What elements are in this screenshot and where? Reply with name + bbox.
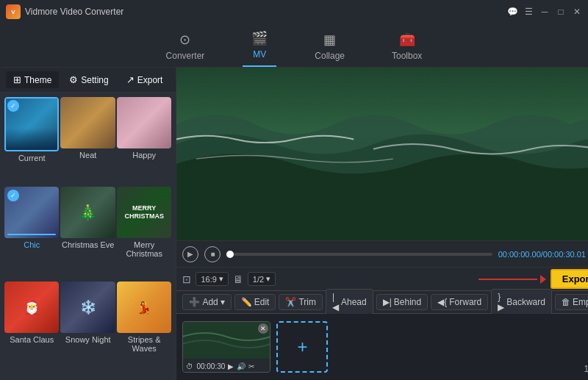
- setting-gear-icon: ⚙: [69, 74, 78, 85]
- theme-chic-label: Chic: [4, 238, 59, 251]
- theme-neat[interactable]: Neat: [60, 97, 115, 185]
- add-icon: ➕: [189, 297, 200, 307]
- theme-happy[interactable]: Happy: [117, 97, 171, 185]
- quality-select[interactable]: 1/2 ▾: [248, 272, 276, 286]
- crop-icon: ⊡: [182, 273, 191, 285]
- titlebar-left: V Vidmore Video Converter: [6, 4, 123, 19]
- progress-dot: [226, 251, 234, 258]
- ratio-value: 16:9: [201, 275, 216, 284]
- theme-current[interactable]: ✓ Current: [4, 97, 59, 185]
- tab-theme[interactable]: ⊞ Theme: [6, 71, 59, 88]
- quality-value: 1/2: [253, 275, 264, 284]
- nav-converter-label: Converter: [166, 51, 205, 61]
- ratio-select[interactable]: 16:9 ▾: [196, 272, 228, 286]
- titlebar: V Vidmore Video Converter 💬 ☰ ─ □ ✕: [0, 0, 588, 24]
- toolbox-icon: 🧰: [399, 32, 415, 48]
- behind-icon: ▶|: [383, 297, 392, 307]
- tab-theme-label: Theme: [24, 75, 51, 85]
- theme-neat-label: Neat: [60, 148, 115, 162]
- nav-collage[interactable]: ▦ Collage: [306, 32, 354, 67]
- theme-stripes-waves-label: Stripes & Waves: [117, 333, 171, 355]
- add-button[interactable]: ➕ Add ▾: [182, 294, 231, 310]
- nav-converter[interactable]: ⊙ Converter: [157, 32, 214, 67]
- clip-thumbnail: [183, 322, 270, 359]
- tab-setting-label: Setting: [81, 75, 108, 85]
- theme-christmas-eve[interactable]: 🎄 Christmas Eve: [60, 187, 115, 281]
- video-preview: [176, 68, 588, 240]
- timeline-page: 1 / 1: [584, 364, 588, 374]
- play-small-icon: ▶: [228, 362, 234, 370]
- empty-label: Empty: [573, 297, 588, 307]
- bottom-toolbar: ➕ Add ▾ ✏️ Edit ✂️ Trim |◀ Ahead ▶| Behi…: [176, 290, 588, 314]
- mv-icon: 🎬: [251, 30, 268, 46]
- edit-label: Edit: [254, 297, 270, 307]
- tab-bar: ⊞ Theme ⚙ Setting ↗ Export: [0, 68, 176, 93]
- empty-button[interactable]: 🗑 Empty: [555, 294, 588, 310]
- clip-info: ⏱ 00:00:30 ▶ 🔊 ✂: [183, 359, 270, 373]
- theme-snowy-night[interactable]: ❄️ Snowy Night: [60, 282, 115, 376]
- window-controls: 💬 ☰ ─ □ ✕: [507, 7, 582, 17]
- edit-icon: ✏️: [241, 297, 252, 307]
- tab-export[interactable]: ↗ Export: [119, 71, 171, 88]
- theme-grid-icon: ⊞: [13, 74, 21, 85]
- cut-small-icon: ✂: [248, 362, 254, 370]
- behind-label: Behind: [394, 297, 421, 307]
- export-button[interactable]: Export: [551, 269, 588, 289]
- app-logo: V: [6, 4, 21, 19]
- edit-button[interactable]: ✏️ Edit: [234, 294, 276, 310]
- backward-button[interactable]: }▶ Backward: [491, 289, 552, 315]
- minimize-button[interactable]: ─: [539, 7, 550, 17]
- add-dropdown-icon: ▾: [220, 297, 225, 307]
- top-navigation: ⊙ Converter 🎬 MV ▦ Collage 🧰 Toolbox: [0, 24, 588, 68]
- player-controls: ▶ ■ 00:00:00.00/00:00:30.01 🔊: [176, 240, 588, 267]
- behind-button[interactable]: ▶| Behind: [376, 294, 429, 310]
- time-display: 00:00:00.00/00:00:30.01: [498, 250, 586, 259]
- trim-icon: ✂️: [285, 297, 296, 307]
- nav-mv-label: MV: [253, 49, 266, 60]
- tab-setting[interactable]: ⚙ Setting: [62, 71, 115, 88]
- theme-merry-christmas[interactable]: MERRYCHRISTMAS Merry Christmas: [117, 187, 171, 281]
- monitor-icon: 🖥: [233, 273, 243, 285]
- play-button[interactable]: ▶: [182, 246, 198, 262]
- progress-bar[interactable]: [226, 253, 492, 256]
- backward-icon: }▶: [498, 292, 504, 312]
- close-button[interactable]: ✕: [572, 7, 582, 17]
- menu-icon[interactable]: ☰: [523, 7, 534, 17]
- add-label: Add: [202, 297, 218, 307]
- backward-label: Backward: [506, 297, 545, 307]
- maximize-button[interactable]: □: [556, 7, 566, 17]
- trim-label: Trim: [298, 297, 316, 307]
- app-title: Vidmore Video Converter: [25, 7, 123, 17]
- theme-santa-claus-label: Santa Claus: [4, 333, 59, 346]
- theme-santa-claus[interactable]: 🎅 Santa Claus: [4, 282, 59, 376]
- timeline-clip-1[interactable]: ⏱ 00:00:30 ▶ 🔊 ✂ ✕: [182, 321, 270, 373]
- theme-stripes-waves[interactable]: 💃 Stripes & Waves: [117, 282, 171, 376]
- main-content: ⊞ Theme ⚙ Setting ↗ Export: [0, 68, 588, 380]
- tab-export-label: Export: [137, 75, 163, 85]
- clip-duration: 00:00:30: [196, 362, 225, 370]
- chat-icon[interactable]: 💬: [507, 7, 517, 17]
- ahead-button[interactable]: |◀ Ahead: [326, 289, 373, 315]
- timeline: ⏱ 00:00:30 ▶ 🔊 ✂ ✕ + 1 / 1: [176, 314, 588, 380]
- stop-button[interactable]: ■: [204, 246, 220, 262]
- collage-icon: ▦: [323, 32, 336, 48]
- converter-icon: ⊙: [179, 32, 190, 48]
- theme-chic[interactable]: ✓ Chic: [4, 187, 59, 281]
- nav-toolbox[interactable]: 🧰 Toolbox: [383, 32, 431, 67]
- forward-button[interactable]: ◀{ Forward: [431, 294, 488, 310]
- clip-duration-icon: ⏱: [186, 362, 193, 370]
- theme-snowy-night-label: Snowy Night: [60, 333, 115, 346]
- theme-christmas-eve-label: Christmas Eve: [60, 238, 115, 251]
- trim-button[interactable]: ✂️ Trim: [279, 294, 323, 310]
- video-background: [176, 68, 588, 240]
- selected-check-icon: ✓: [7, 100, 19, 112]
- volume-small-icon: 🔊: [237, 362, 245, 370]
- nav-mv[interactable]: 🎬 MV: [243, 30, 276, 67]
- theme-current-label: Current: [4, 151, 59, 165]
- add-clip-button[interactable]: +: [276, 321, 328, 373]
- forward-icon: ◀{: [437, 297, 447, 307]
- theme-happy-label: Happy: [117, 148, 171, 162]
- nav-toolbox-label: Toolbox: [392, 51, 422, 61]
- theme-grid: ✓ Current Neat Happy: [0, 93, 176, 380]
- video-frame: [176, 68, 588, 240]
